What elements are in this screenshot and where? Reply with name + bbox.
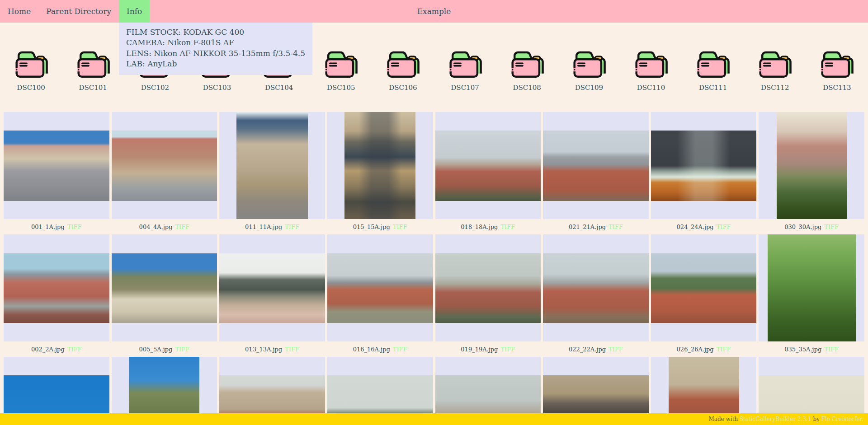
photo-thumb-035_35A.jpg[interactable] (759, 234, 864, 341)
folder-DSC105[interactable]: DSC105 (310, 48, 372, 92)
photo-caption: 011_11A.jpgTIFF (219, 219, 325, 234)
photo-tiff-link[interactable]: TIFF (67, 346, 82, 353)
photo-filename: 011_11A.jpg (245, 224, 282, 230)
photo-thumb-015_15A.jpg[interactable] (327, 112, 433, 219)
photo-item: 026_26A.jpgTIFF (651, 234, 757, 357)
photo-image (435, 131, 541, 201)
photo-image (435, 253, 541, 323)
photo-item: 015_15A.jpgTIFF (327, 112, 433, 234)
folder-DSC106[interactable]: DSC106 (372, 48, 434, 92)
nav-menu: Home Parent Directory Info FILM STOCK: K… (0, 0, 150, 23)
photo-thumb-024_24A.jpg[interactable] (651, 112, 757, 219)
folder-icon (757, 48, 793, 80)
info-line: LAB: AnyLab (126, 59, 305, 69)
photo-thumb-013_13A.jpg[interactable] (219, 234, 325, 341)
photo-item: 004_4A.jpgTIFF (112, 112, 217, 234)
photo-thumb-019_19A.jpg[interactable] (435, 234, 541, 341)
nav-item-home-label: Home (8, 7, 31, 16)
nav-item-info[interactable]: Info FILM STOCK: KODAK GC 400CAMERA: Nik… (119, 0, 150, 23)
photo-tiff-link[interactable]: TIFF (824, 224, 839, 230)
photo-tiff-link[interactable]: TIFF (609, 224, 623, 230)
folder-DSC111[interactable]: DSC111 (682, 48, 744, 92)
photo-tiff-link[interactable]: TIFF (175, 224, 189, 230)
folder-DSC108[interactable]: DSC108 (496, 48, 558, 92)
footer-link-builder[interactable]: StaticGalleryBuilder 2.3.1 (740, 416, 811, 422)
photo-tiff-link[interactable]: TIFF (285, 224, 299, 230)
photo-tiff-link[interactable]: TIFF (500, 346, 515, 353)
photo-image (112, 253, 217, 323)
photo-caption: 001_1A.jpgTIFF (4, 219, 109, 234)
photo-thumb-016_16A.jpg[interactable] (327, 234, 433, 341)
folder-DSC109[interactable]: DSC109 (558, 48, 620, 92)
folder-icon (323, 48, 359, 80)
folder-DSC110[interactable]: DSC110 (620, 48, 682, 92)
photo-filename: 026_26A.jpg (677, 346, 714, 353)
nav-item-info-label: Info (127, 7, 142, 16)
photo-tiff-link[interactable]: TIFF (824, 346, 839, 353)
photo-image (768, 234, 856, 341)
folder-DSC113[interactable]: DSC113 (806, 48, 868, 92)
photo-filename: 005_5A.jpg (139, 346, 173, 353)
folder-DSC107[interactable]: DSC107 (434, 48, 496, 92)
photo-caption: 018_18A.jpgTIFF (435, 219, 541, 234)
info-line: LENS: Nikon AF NIKKOR 35-135mm f/3.5-4.5 (126, 48, 305, 59)
photo-thumb-002_2A.jpg[interactable] (4, 234, 109, 341)
photo-caption: 005_5A.jpgTIFF (112, 341, 217, 357)
photo-tiff-link[interactable]: TIFF (717, 224, 731, 230)
photo-image (651, 253, 757, 323)
folder-icon (695, 48, 731, 80)
folder-label: DSC109 (575, 84, 603, 92)
info-line: FILM STOCK: KODAK GC 400 (126, 27, 305, 37)
folder-DSC100[interactable]: DSC100 (0, 48, 62, 92)
photo-thumb-026_26A.jpg[interactable] (651, 234, 757, 341)
photo-caption: 026_26A.jpgTIFF (651, 341, 757, 357)
info-line: CAMERA: Nikon F-801S AF (126, 37, 305, 48)
photo-caption: 021_21A.jpgTIFF (543, 219, 649, 234)
photo-filename: 022_22A.jpg (569, 346, 606, 353)
photo-tiff-link[interactable]: TIFF (393, 346, 407, 353)
footer-link-author[interactable]: Flo Greistorfer. (821, 416, 863, 422)
footer-made-with-text: Made with (709, 416, 740, 422)
photo-caption: 015_15A.jpgTIFF (327, 219, 433, 234)
photo-image (112, 131, 217, 201)
folder-label: DSC112 (761, 84, 789, 92)
photo-tiff-link[interactable]: TIFF (393, 224, 407, 230)
folder-DSC101[interactable]: DSC101 (62, 48, 124, 92)
photo-thumb-004_4A.jpg[interactable] (112, 112, 217, 219)
photo-image (4, 253, 109, 323)
photo-thumb-022_22A.jpg[interactable] (543, 234, 649, 341)
folder-label: DSC113 (823, 84, 851, 92)
photo-item: 022_22A.jpgTIFF (543, 234, 649, 357)
photo-caption: 019_19A.jpgTIFF (435, 341, 541, 357)
folder-icon (448, 48, 483, 80)
folder-label: DSC111 (699, 84, 727, 92)
photo-tiff-link[interactable]: TIFF (500, 224, 515, 230)
folder-label: DSC105 (327, 84, 355, 92)
folder-label: DSC102 (141, 84, 169, 92)
photo-thumb-021_21A.jpg[interactable] (543, 112, 649, 219)
photo-thumb-005_5A.jpg[interactable] (112, 234, 217, 341)
photo-item: 011_11A.jpgTIFF (219, 112, 325, 234)
nav-item-parent-directory[interactable]: Parent Directory (38, 0, 119, 23)
photo-caption: 016_16A.jpgTIFF (327, 341, 433, 357)
photo-tiff-link[interactable]: TIFF (609, 346, 623, 353)
photo-filename: 015_15A.jpg (353, 224, 390, 230)
photo-thumb-030_30A.jpg[interactable] (759, 112, 864, 219)
photo-image (777, 112, 847, 219)
photo-filename: 035_35A.jpg (784, 346, 821, 353)
photo-thumb-011_11A.jpg[interactable] (219, 112, 325, 219)
nav-item-home[interactable]: Home (0, 0, 38, 23)
photo-tiff-link[interactable]: TIFF (67, 224, 82, 230)
photo-thumb-018_18A.jpg[interactable] (435, 112, 541, 219)
folder-label: DSC104 (265, 84, 293, 92)
photo-thumb-001_1A.jpg[interactable] (4, 112, 109, 219)
photo-caption: 035_35A.jpgTIFF (759, 341, 864, 357)
photo-tiff-link[interactable]: TIFF (175, 346, 189, 353)
photo-image (327, 253, 433, 323)
photo-item: 024_24A.jpgTIFF (651, 112, 757, 234)
folder-DSC112[interactable]: DSC112 (744, 48, 806, 92)
photo-tiff-link[interactable]: TIFF (285, 346, 299, 353)
folder-icon (509, 48, 545, 80)
photo-item: 035_35A.jpgTIFF (759, 234, 864, 357)
photo-tiff-link[interactable]: TIFF (717, 346, 731, 353)
